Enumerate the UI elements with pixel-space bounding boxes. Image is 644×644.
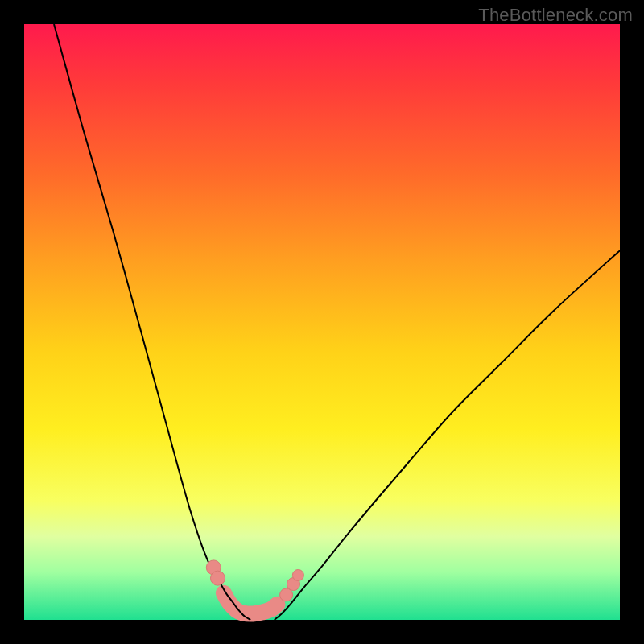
trough-band: [224, 593, 278, 614]
curves-svg: [24, 24, 620, 620]
left-curve: [54, 24, 250, 620]
right-curve: [275, 250, 620, 620]
chart-frame: TheBottleneck.com: [0, 0, 644, 644]
watermark-text: TheBottleneck.com: [478, 5, 633, 26]
data-marker: [292, 570, 303, 581]
data-marker: [211, 571, 225, 585]
